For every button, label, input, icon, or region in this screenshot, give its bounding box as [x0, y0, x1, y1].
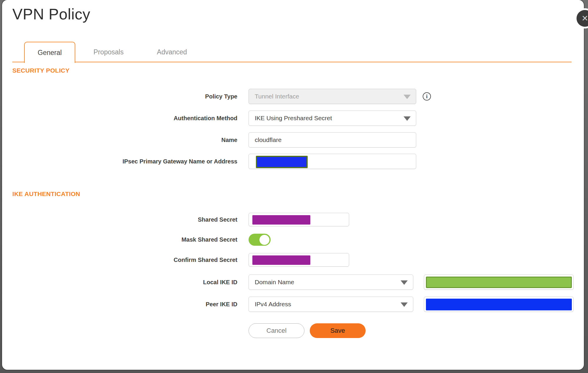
peer-ike-id-select[interactable]: IPv4 Address [249, 297, 413, 312]
policy-type-label: Policy Type [2, 89, 237, 104]
info-icon[interactable]: i [423, 92, 431, 101]
local-ike-id-label: Local IKE ID [2, 275, 237, 290]
redacted-local-ike-id-value [426, 277, 572, 288]
redacted-gateway-value [256, 156, 308, 168]
tab-proposals-label: Proposals [94, 48, 124, 56]
close-icon: ✕ [582, 14, 588, 23]
confirm-shared-secret-input[interactable] [249, 253, 349, 267]
tab-general-label: General [38, 49, 62, 57]
cancel-button[interactable]: Cancel [249, 323, 304, 338]
chevron-down-icon [401, 302, 408, 307]
mask-shared-secret-toggle[interactable] [249, 234, 271, 246]
chevron-down-icon [404, 116, 411, 121]
shared-secret-label: Shared Secret [2, 213, 237, 226]
mask-shared-secret-label: Mask Shared Secret [2, 234, 237, 246]
redacted-confirm-shared-secret-value [252, 255, 310, 265]
local-ike-id-input[interactable] [424, 275, 574, 290]
peer-ike-id-value: IPv4 Address [255, 301, 291, 308]
auth-method-select[interactable]: IKE Using Preshared Secret [249, 111, 416, 126]
shared-secret-input[interactable] [249, 213, 349, 226]
vpn-policy-dialog: VPN Policy General Proposals Advanced SE… [2, 0, 584, 370]
save-button[interactable]: Save [310, 323, 366, 338]
redacted-peer-ike-id-value [426, 299, 572, 310]
chevron-down-icon [401, 280, 408, 285]
gateway-label: IPsec Primary Gateway Name or Address [2, 154, 237, 169]
toggle-knob [259, 235, 269, 245]
auth-method-value: IKE Using Preshared Secret [255, 115, 332, 122]
page-backdrop: VPN Policy General Proposals Advanced SE… [0, 0, 588, 373]
tab-advanced-label: Advanced [157, 48, 187, 56]
section-ike-authentication: IKE AUTHENTICATION [12, 190, 80, 198]
dialog-title: VPN Policy [12, 5, 90, 23]
gateway-input[interactable] [249, 154, 416, 169]
name-label: Name [2, 132, 237, 148]
tab-proposals[interactable]: Proposals [88, 42, 129, 62]
auth-method-label: Authentication Method [2, 111, 237, 126]
redacted-shared-secret-value [252, 215, 310, 225]
policy-type-select: Tunnel Interface [249, 89, 416, 104]
tab-advanced[interactable]: Advanced [151, 42, 193, 62]
peer-ike-id-input[interactable] [424, 297, 574, 312]
policy-type-value: Tunnel Interface [255, 93, 299, 100]
local-ike-id-select[interactable]: Domain Name [249, 275, 413, 290]
tab-general[interactable]: General [24, 42, 75, 63]
name-input[interactable]: cloudflare [249, 132, 416, 148]
confirm-shared-secret-label: Confirm Shared Secret [2, 253, 237, 267]
chevron-down-icon [404, 95, 411, 99]
local-ike-id-value: Domain Name [255, 279, 294, 286]
name-value: cloudflare [255, 136, 281, 143]
peer-ike-id-label: Peer IKE ID [2, 297, 237, 312]
section-security-policy: SECURITY POLICY [12, 67, 69, 74]
